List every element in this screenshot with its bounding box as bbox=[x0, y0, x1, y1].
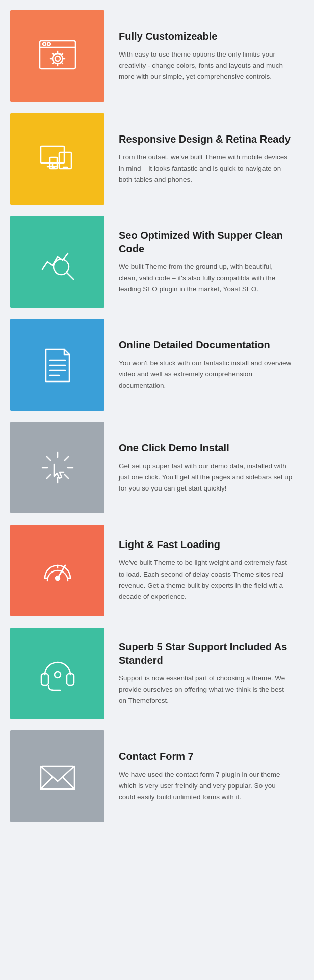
svg-line-13 bbox=[53, 62, 54, 64]
svg-rect-14 bbox=[41, 146, 64, 163]
svg-line-34 bbox=[47, 475, 50, 478]
feature-content-demo: One Click Demo Install Get set up super … bbox=[104, 422, 304, 513]
svg-line-46 bbox=[63, 778, 74, 789]
svg-line-31 bbox=[47, 457, 50, 460]
feature-icon-box-support bbox=[10, 628, 104, 719]
feature-desc-customizeable: With easy to use theme options the only … bbox=[119, 49, 293, 83]
feature-desc-responsive: From the outset, we've built Theme with … bbox=[119, 152, 293, 186]
svg-point-43 bbox=[55, 672, 61, 678]
feature-desc-seo: We built Theme from the ground up, with … bbox=[119, 261, 293, 295]
contact-icon bbox=[35, 753, 81, 799]
svg-point-3 bbox=[47, 43, 50, 46]
demo-icon bbox=[35, 445, 81, 491]
svg-rect-44 bbox=[41, 766, 74, 789]
svg-line-33 bbox=[65, 457, 68, 460]
seo-icon bbox=[35, 239, 81, 285]
feature-item-demo: One Click Demo Install Get set up super … bbox=[10, 422, 304, 513]
feature-title-customizeable: Fully Customizeable bbox=[119, 30, 293, 43]
svg-line-22 bbox=[67, 273, 73, 279]
feature-content-fast: Light & Fast Loading We've built Theme t… bbox=[104, 525, 304, 616]
svg-line-45 bbox=[41, 778, 52, 789]
feature-icon-box-customizeable bbox=[10, 10, 104, 102]
feature-title-seo: Seo Optimized With Supper Clean Code bbox=[119, 229, 293, 255]
feature-title-responsive: Responsive Design & Retina Ready bbox=[119, 132, 293, 146]
feature-list: Fully Customizeable With easy to use the… bbox=[0, 0, 314, 843]
feature-content-contact: Contact Form 7 We have used the contact … bbox=[104, 730, 304, 822]
feature-icon-box-demo bbox=[10, 422, 104, 513]
feature-icon-box-fast bbox=[10, 525, 104, 616]
feature-desc-contact: We have used the contact form 7 plugin i… bbox=[119, 769, 293, 803]
feature-item-fast: Light & Fast Loading We've built Theme t… bbox=[10, 525, 304, 616]
docs-icon bbox=[35, 342, 81, 388]
customizeable-icon bbox=[35, 33, 81, 79]
support-icon bbox=[35, 650, 81, 696]
feature-item-customizeable: Fully Customizeable With easy to use the… bbox=[10, 10, 304, 102]
svg-point-5 bbox=[55, 56, 60, 61]
feature-item-docs: Online Detailed Documentation You won't … bbox=[10, 319, 304, 411]
feature-item-support: Superb 5 Star Support Included As Stande… bbox=[10, 628, 304, 719]
feature-icon-box-contact bbox=[10, 730, 104, 822]
feature-desc-demo: Get set up super fast with our demo data… bbox=[119, 460, 293, 495]
feature-title-demo: One Click Demo Install bbox=[119, 441, 293, 454]
feature-title-support: Superb 5 Star Support Included As Stande… bbox=[119, 640, 293, 667]
feature-item-contact: Contact Form 7 We have used the contact … bbox=[10, 730, 304, 822]
feature-desc-support: Support is now essential part of choosin… bbox=[119, 673, 293, 707]
feature-item-responsive: Responsive Design & Retina Ready From th… bbox=[10, 113, 304, 205]
feature-icon-box-responsive bbox=[10, 113, 104, 205]
feature-content-responsive: Responsive Design & Retina Ready From th… bbox=[104, 113, 304, 205]
feature-icon-box-docs bbox=[10, 319, 104, 411]
feature-content-seo: Seo Optimized With Supper Clean Code We … bbox=[104, 216, 304, 308]
fast-icon bbox=[35, 548, 81, 593]
svg-point-40 bbox=[57, 577, 59, 579]
responsive-icon bbox=[35, 136, 81, 182]
feature-content-customizeable: Fully Customizeable With easy to use the… bbox=[104, 10, 304, 102]
svg-point-2 bbox=[43, 43, 46, 46]
svg-line-11 bbox=[61, 62, 63, 64]
feature-desc-docs: You won't be stuck with our fantastic in… bbox=[119, 358, 293, 392]
svg-line-32 bbox=[65, 475, 68, 478]
feature-content-support: Superb 5 Star Support Included As Stande… bbox=[104, 628, 304, 719]
svg-rect-42 bbox=[67, 674, 74, 685]
feature-title-docs: Online Detailed Documentation bbox=[119, 338, 293, 351]
feature-item-seo: Seo Optimized With Supper Clean Code We … bbox=[10, 216, 304, 308]
feature-title-contact: Contact Form 7 bbox=[119, 750, 293, 763]
svg-line-10 bbox=[53, 53, 54, 55]
feature-desc-fast: We've built Theme to be light weight and… bbox=[119, 557, 293, 603]
feature-content-docs: Online Detailed Documentation You won't … bbox=[104, 319, 304, 411]
feature-icon-box-seo bbox=[10, 216, 104, 308]
svg-rect-41 bbox=[41, 674, 48, 685]
svg-rect-17 bbox=[59, 152, 71, 169]
feature-title-fast: Light & Fast Loading bbox=[119, 538, 293, 551]
svg-line-12 bbox=[61, 53, 63, 55]
